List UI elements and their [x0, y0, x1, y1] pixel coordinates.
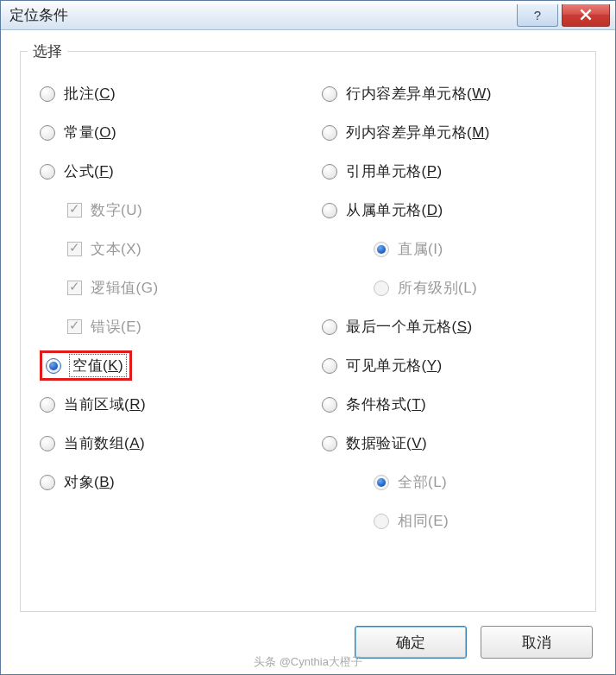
option-label: 公式(F): [64, 161, 114, 181]
option-label: 常量(O): [64, 123, 116, 142]
radio-icon: [40, 86, 55, 102]
option-label: 全部(L): [398, 472, 447, 492]
right-option-0[interactable]: 行内容差异单元格(W): [317, 74, 581, 113]
radio-icon: [40, 475, 55, 490]
option-label: 最后一个单元格(S): [346, 317, 473, 337]
radio-icon: [322, 203, 337, 218]
option-label: 可见单元格(Y): [346, 356, 443, 375]
radio-icon: [322, 86, 337, 102]
go-to-special-dialog: 定位条件 ? 选择 批注(C)常量(O)公式(F)数字(U)文本(X)逻辑值(G…: [0, 0, 616, 675]
highlight-box: 空值(K): [40, 350, 132, 381]
close-button[interactable]: [562, 4, 610, 27]
left-option-6: 错误(E): [35, 307, 299, 346]
option-label: 当前数组(A): [64, 433, 145, 453]
radio-icon: [40, 164, 55, 180]
option-label: 数字(U): [91, 200, 142, 220]
option-label: 直属(I): [398, 239, 443, 259]
dialog-content: 选择 批注(C)常量(O)公式(F)数字(U)文本(X)逻辑值(G)错误(E)空…: [1, 30, 615, 674]
ok-button[interactable]: 确定: [355, 626, 467, 659]
titlebar: 定位条件 ?: [1, 1, 615, 30]
dialog-title: 定位条件: [9, 5, 517, 25]
radio-icon: [322, 436, 337, 451]
radio-icon: [322, 125, 337, 141]
help-icon: ?: [534, 8, 541, 22]
radio-icon: [40, 125, 55, 141]
left-option-4: 文本(X): [35, 230, 299, 268]
right-option-9[interactable]: 数据验证(V): [317, 424, 581, 463]
radio-icon: [322, 319, 337, 335]
radio-icon: [322, 164, 337, 180]
left-option-7[interactable]: 空值(K): [35, 346, 299, 385]
radio-icon: [322, 358, 337, 374]
left-option-10[interactable]: 对象(B): [35, 463, 299, 502]
radio-icon: [40, 397, 55, 413]
cancel-button[interactable]: 取消: [481, 626, 593, 659]
right-option-5: 所有级别(L): [317, 268, 581, 307]
right-option-10: 全部(L): [317, 463, 581, 502]
left-column: 批注(C)常量(O)公式(F)数字(U)文本(X)逻辑值(G)错误(E)空值(K…: [35, 74, 299, 540]
right-option-1[interactable]: 列内容差异单元格(M): [317, 113, 581, 152]
radio-icon: [40, 436, 55, 451]
select-groupbox: 选择 批注(C)常量(O)公式(F)数字(U)文本(X)逻辑值(G)错误(E)空…: [20, 51, 596, 612]
right-option-6[interactable]: 最后一个单元格(S): [317, 307, 581, 346]
left-option-3: 数字(U): [35, 191, 299, 230]
option-label: 引用单元格(P): [346, 161, 443, 181]
option-label: 所有级别(L): [398, 278, 477, 298]
option-label: 相同(E): [398, 511, 449, 531]
right-option-3[interactable]: 从属单元格(D): [317, 191, 581, 230]
option-label: 错误(E): [91, 317, 141, 337]
option-label: 文本(X): [91, 239, 141, 259]
option-label: 数据验证(V): [346, 433, 427, 453]
radio-icon: [374, 242, 389, 257]
left-option-1[interactable]: 常量(O): [35, 113, 299, 152]
checkbox-icon: [67, 242, 82, 256]
radio-icon: [374, 281, 389, 296]
checkbox-icon: [67, 319, 82, 334]
option-label: 条件格式(T): [346, 394, 426, 414]
radio-icon: [374, 514, 389, 529]
checkbox-icon: [67, 203, 82, 218]
left-option-8[interactable]: 当前区域(R): [35, 385, 299, 424]
checkbox-icon: [67, 281, 82, 295]
left-option-9[interactable]: 当前数组(A): [35, 424, 299, 463]
radio-icon: [46, 358, 61, 374]
right-column: 行内容差异单元格(W)列内容差异单元格(M)引用单元格(P)从属单元格(D)直属…: [317, 74, 581, 540]
option-label: 从属单元格(D): [346, 200, 443, 220]
option-label: 批注(C): [64, 84, 116, 104]
help-button[interactable]: ?: [517, 4, 558, 27]
options-columns: 批注(C)常量(O)公式(F)数字(U)文本(X)逻辑值(G)错误(E)空值(K…: [35, 74, 581, 540]
left-option-2[interactable]: 公式(F): [35, 152, 299, 191]
right-option-7[interactable]: 可见单元格(Y): [317, 346, 581, 385]
groupbox-title: 选择: [28, 41, 67, 61]
radio-icon: [374, 475, 389, 490]
button-bar: 确定 取消: [20, 612, 596, 662]
option-label: 逻辑值(G): [91, 278, 159, 298]
option-label: 当前区域(R): [64, 394, 146, 414]
right-option-8[interactable]: 条件格式(T): [317, 385, 581, 424]
right-option-11: 相同(E): [317, 502, 581, 540]
right-option-2[interactable]: 引用单元格(P): [317, 152, 581, 191]
right-option-4: 直属(I): [317, 230, 581, 268]
option-label: 空值(K): [70, 355, 126, 376]
option-label: 行内容差异单元格(W): [346, 84, 492, 104]
left-option-0[interactable]: 批注(C): [35, 74, 299, 113]
left-option-5: 逻辑值(G): [35, 268, 299, 307]
radio-icon: [322, 397, 337, 413]
close-icon: [580, 9, 592, 21]
option-label: 对象(B): [64, 472, 115, 492]
option-label: 列内容差异单元格(M): [346, 123, 490, 142]
